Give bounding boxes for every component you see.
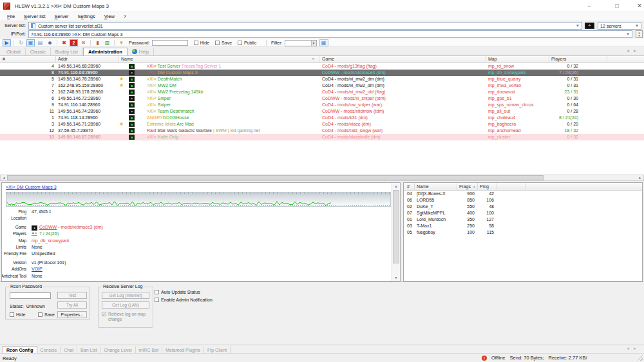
get-log-lan-button[interactable]: Get Log (LAN): [102, 301, 149, 309]
menu-item-server-list[interactable]: Server list: [19, 14, 50, 19]
server-row[interactable]: 6149.56.146.72:28960>XI< SniperCoDWW - m…: [0, 95, 644, 102]
horizontal-scrollbar[interactable]: ◄ ►: [0, 175, 644, 181]
server-name-link[interactable]: >XI< DM Custom Maps 3: [6, 185, 57, 189]
server-row[interactable]: 3149.56.146.71:28960★Extreme Idiots Are …: [0, 121, 644, 128]
server-row[interactable]: 10149.56.146.67:28960>XI< Knife OnlyCoD4…: [0, 134, 644, 140]
menu-item-file[interactable]: File: [3, 14, 19, 19]
player-row[interactable]: 07SgtMikeMPPL400100: [404, 210, 642, 216]
window-icon[interactable]: ▣: [26, 39, 35, 46]
bottom-tab-ftp-client[interactable]: Ftp Client: [204, 347, 231, 353]
player-row[interactable]: 04[DI]X-Bones-X90042: [404, 191, 642, 197]
server-row[interactable]: 7162.248.95.159:28960★>XI< MW2 DMCoD4 - …: [0, 82, 644, 89]
try-all-button[interactable]: Try All: [57, 301, 87, 309]
server-list-combo[interactable]: Custom server list serverlist.sl31 ▼: [28, 22, 582, 30]
rcon-password-input[interactable]: [10, 292, 51, 299]
column-header-addr[interactable]: Addr: [58, 57, 68, 61]
player-row[interactable]: 01Lord_Murdoch350127: [404, 216, 642, 223]
server-count-dropdown[interactable]: 12 servers ▼: [598, 22, 641, 30]
get-log-internet-button[interactable]: Get Log (Internet): [102, 292, 149, 299]
password-input[interactable]: [152, 40, 188, 46]
enable-admin-notification-checkbox[interactable]: Enable Admin Notification: [155, 298, 213, 302]
filter-input[interactable]: ▼: [285, 40, 317, 46]
save-checkbox[interactable]: Save: [215, 41, 232, 45]
scroll-left-icon[interactable]: ◄: [1, 175, 7, 180]
server-row[interactable]: 11149.56.146.74:28960>XI< Team Deathmatc…: [0, 108, 644, 115]
scroll-down-icon[interactable]: ▼: [392, 274, 400, 281]
tab-classic[interactable]: Classic: [26, 48, 51, 55]
refresh-icon[interactable]: ↻: [17, 39, 25, 46]
retrieve-log-checkbox[interactable]: ✓ Retrieve log on map change: [102, 312, 151, 322]
bottom-tab-chat[interactable]: Chat: [61, 347, 77, 353]
log-icon[interactable]: ▮: [93, 39, 102, 46]
stats-icon[interactable]: ▥: [103, 39, 111, 46]
bottom-tab-console[interactable]: Console: [37, 347, 61, 353]
server-row[interactable]: 2162.248.95.178:28960>XI< MW2 Freezetag …: [0, 89, 644, 95]
server-map: mp_doowood: [488, 89, 515, 95]
close-server-icon[interactable]: ✖: [79, 39, 88, 46]
menu-item-settings[interactable]: Settings: [73, 14, 100, 19]
menu-item-server[interactable]: Server: [50, 14, 73, 19]
bottom-tab-ban-list[interactable]: Ban List: [77, 347, 100, 353]
tab-administration[interactable]: Administration: [83, 48, 128, 55]
hlsw2-icon[interactable]: 2: [70, 39, 78, 46]
server-row[interactable]: 4149.56.146.68:28960>XI< Test Server Fre…: [0, 63, 644, 70]
player-column-header-item[interactable]: #: [407, 184, 410, 189]
player-row[interactable]: 02DuKe_T55048: [404, 204, 642, 210]
player-column-header-ping[interactable]: Ping: [480, 184, 489, 189]
tab-help[interactable]: Help: [128, 48, 154, 55]
server-row[interactable]: 5149.56.146.78:28960★>XI< DeathMatchCoD4…: [0, 76, 644, 82]
server-row[interactable]: 1237.59.45.7:28970Raid Star Wars Galacti…: [0, 128, 644, 134]
details-scrollbar[interactable]: ▲ ▼: [392, 183, 400, 281]
tab-global[interactable]: Global: [2, 48, 26, 55]
properties-button[interactable]: Properties...: [57, 311, 87, 318]
port-stepper[interactable]: ▲▼: [636, 30, 643, 38]
player-column-header-frags[interactable]: Frags: [459, 184, 471, 189]
server-row[interactable]: 874.91.116.63:28960>XI< DM Custom Maps 3…: [0, 70, 644, 76]
minimize-button[interactable]: [580, 0, 599, 12]
player-column-header-name[interactable]: Name: [417, 184, 429, 189]
addon-link[interactable]: VOIP: [32, 267, 43, 271]
scroll-right-icon[interactable]: ►: [637, 175, 643, 180]
ip-port-combo[interactable]: 74.91.116.63:28960 >XI< DM Custom Maps 3…: [28, 30, 632, 38]
buddy-icon[interactable]: ☻: [46, 39, 54, 46]
column-header-game[interactable]: Game: [322, 57, 334, 61]
scrollbar-thumb[interactable]: [393, 190, 399, 263]
bottom-tab-change-level[interactable]: Change Level: [100, 347, 135, 353]
bottom-tab-mirc-bot[interactable]: mIRC Bot: [136, 347, 162, 353]
bottom-tab-rcon-config[interactable]: Rcon Config: [3, 346, 37, 353]
player-row[interactable]: 03T-Max125058: [404, 223, 642, 229]
bottom-tab-metamod-plugins[interactable]: Metamod Plugins: [162, 347, 204, 353]
game-link[interactable]: CoDWW: [39, 225, 57, 229]
delete-icon[interactable]: ✖: [60, 39, 68, 46]
resize-grip[interactable]: [637, 355, 643, 361]
column-header-item[interactable]: #: [3, 57, 5, 61]
menu-item-view[interactable]: View: [100, 14, 119, 19]
save-checkbox[interactable]: Save: [38, 312, 55, 317]
player-row[interactable]: 05fuegoboy100115: [404, 229, 642, 236]
server-row[interactable]: 174.91.118.14:28960ANGRYDOGSHouseCoD4 - …: [0, 115, 644, 121]
hide-checkbox[interactable]: Hide: [10, 312, 25, 317]
server-list-icon[interactable]: ▤: [36, 39, 44, 46]
column-header-map[interactable]: Map: [488, 57, 497, 61]
bottom-tab-scroll-arrows[interactable]: ◄►: [626, 347, 640, 350]
chevron-down-icon[interactable]: ▼: [311, 41, 316, 46]
menu-item-item[interactable]: ?: [119, 14, 131, 19]
server-address: 37.59.45.7:28970: [58, 128, 93, 134]
tab-buddy-list[interactable]: Buddy List: [51, 48, 83, 55]
maximize-button[interactable]: [607, 0, 627, 12]
server-row[interactable]: 974.91.116.146:28960>XI< SniperCoD4 - mo…: [0, 102, 644, 108]
alert-icon[interactable]: ▼: [117, 39, 126, 46]
close-button[interactable]: [630, 0, 644, 12]
column-header-players[interactable]: Players: [551, 57, 566, 61]
test-button[interactable]: Test: [57, 292, 87, 299]
scrollbar-thumb[interactable]: [7, 175, 544, 180]
connect-icon[interactable]: ▶: [3, 39, 11, 46]
filter-columns-button[interactable]: ▦: [319, 39, 328, 46]
scroll-up-icon[interactable]: ▲: [392, 183, 400, 189]
tab-scroll-arrows[interactable]: ◄►: [626, 49, 640, 53]
hide-checkbox[interactable]: Hide: [194, 41, 209, 45]
public-checkbox[interactable]: Public: [238, 41, 256, 45]
column-header-name[interactable]: Name: [121, 57, 133, 61]
player-row[interactable]: 06LORD55850106: [404, 197, 642, 204]
auto-update-status-checkbox[interactable]: Auto Update Status: [155, 290, 200, 294]
